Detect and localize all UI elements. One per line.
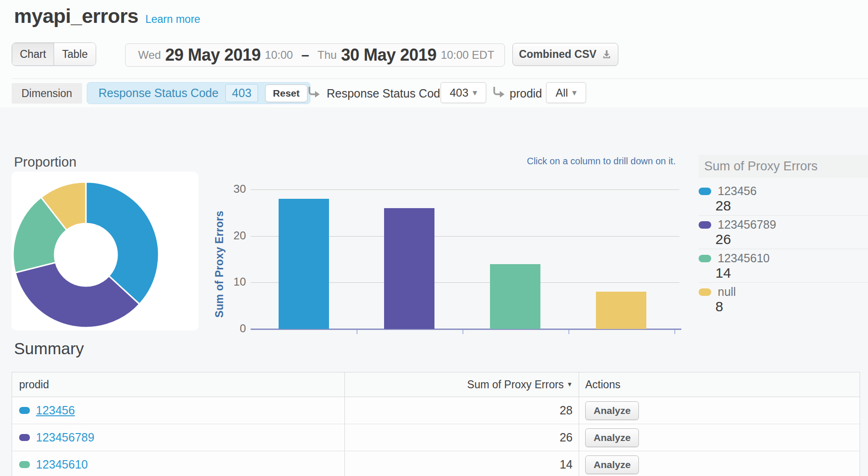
proxy-errors-value: 28 xyxy=(560,404,573,417)
column-header-actions: Actions xyxy=(579,372,860,397)
proportion-donut-chart xyxy=(11,180,161,329)
analytics-dashboard: myapi_errors Learn more Chart Table Wed … xyxy=(0,0,868,476)
legend-entry-123456: 12345628 xyxy=(695,182,868,216)
prodid-link-123456[interactable]: 123456 xyxy=(36,404,75,417)
legend-entry-null: null8 xyxy=(695,283,868,316)
proportion-donut-card xyxy=(12,172,198,330)
legend-title: Sum of Proxy Errors xyxy=(699,155,868,178)
prodid-cell: 123456 xyxy=(12,397,344,424)
drilldown-arrow-icon xyxy=(307,86,320,99)
bar-123456789[interactable] xyxy=(384,208,434,329)
title-row: myapi_errors Learn more xyxy=(14,5,200,28)
summary-title: Summary xyxy=(14,339,84,358)
value-cell: 28 xyxy=(344,397,579,424)
summary-table: prodid Sum of Proxy Errors ▼ Actions 123… xyxy=(12,372,860,476)
date-range-picker[interactable]: Wed 29 May 2019 10:00 – Thu 30 May 2019 … xyxy=(125,43,505,67)
drilldown-1-select[interactable]: 403 ▾ xyxy=(441,82,486,103)
bar-null[interactable] xyxy=(596,292,646,329)
x-tick xyxy=(462,330,463,334)
actions-cell: Analyze xyxy=(579,397,860,424)
legend-value: 26 xyxy=(715,231,731,247)
drilldown-1-name: Response Status Code xyxy=(327,87,447,100)
bar-123456[interactable] xyxy=(279,199,329,329)
filter-name: Response Status Code xyxy=(98,86,218,100)
legend-entry-12345610: 1234561014 xyxy=(695,249,868,283)
date-range-separator: – xyxy=(301,47,309,63)
analyze-button-123456[interactable]: Analyze xyxy=(585,401,639,420)
row-color-swatch xyxy=(19,434,30,441)
legend-swatch xyxy=(699,288,711,296)
y-tick-label-10: 10 xyxy=(218,275,246,288)
bar-12345610[interactable] xyxy=(490,264,540,329)
prodid-cell: 123456789 xyxy=(12,424,344,451)
legend-value: 28 xyxy=(715,198,731,214)
y-tick-label-0: 0 xyxy=(218,322,246,335)
end-day: Thu xyxy=(317,49,336,62)
table-row-123456789: 12345678926Analyze xyxy=(12,424,860,451)
column-header-prodid: prodid xyxy=(12,372,344,397)
proxy-errors-value: 14 xyxy=(560,458,573,471)
view-toggle: Chart Table xyxy=(12,42,96,66)
legend-swatch xyxy=(699,255,711,262)
drilldown-hint: Click on a column to drill down on it. xyxy=(420,156,676,167)
legend-label: 12345610 xyxy=(718,252,770,265)
header-divider xyxy=(12,78,868,79)
prodid-cell: 12345610 xyxy=(12,451,344,476)
legend-value: 8 xyxy=(715,299,723,315)
drilldown-2-value: All xyxy=(555,86,568,99)
table-row-12345610: 1234561014Analyze xyxy=(12,451,860,476)
legend-swatch xyxy=(699,221,711,229)
legend-entry-123456789: 12345678926 xyxy=(695,216,868,249)
end-date: 30 May 2019 xyxy=(341,45,437,65)
legend-label: 123456789 xyxy=(718,218,776,231)
proxy-errors-value: 26 xyxy=(560,431,573,444)
learn-more-link[interactable]: Learn more xyxy=(146,13,201,26)
analyze-button-123456789[interactable]: Analyze xyxy=(585,428,639,447)
drilldown-2-select[interactable]: All ▾ xyxy=(546,82,586,103)
x-tick xyxy=(674,330,675,334)
summary-table-header: prodid Sum of Proxy Errors ▼ Actions xyxy=(12,372,860,397)
gridline-30 xyxy=(251,189,679,190)
start-time: 10:00 xyxy=(265,49,293,62)
download-icon xyxy=(602,49,612,60)
start-date: 29 May 2019 xyxy=(165,45,261,65)
filter-value-badge: 403 xyxy=(225,84,258,102)
chevron-down-icon: ▾ xyxy=(572,88,577,97)
legend-value: 14 xyxy=(715,265,731,281)
dimension-label: Dimension xyxy=(12,83,82,104)
prodid-link-123456789[interactable]: 123456789 xyxy=(36,431,94,444)
drilldown-arrow-icon xyxy=(492,86,505,99)
table-row-123456: 12345628Analyze xyxy=(12,397,860,424)
page-title: myapi_errors xyxy=(14,5,139,28)
legend-label: 123456 xyxy=(718,184,756,198)
chevron-down-icon: ▾ xyxy=(473,88,477,97)
drilldown-1-value: 403 xyxy=(450,86,469,99)
row-color-swatch xyxy=(19,461,30,468)
analyze-button-12345610[interactable]: Analyze xyxy=(585,455,639,474)
table-view-button[interactable]: Table xyxy=(54,43,96,65)
bar-chart: Sum of Proxy Errors 0102030 xyxy=(205,177,686,338)
combined-csv-button[interactable]: Combined CSV xyxy=(512,43,618,66)
column-header-sum-of-proxy-errors[interactable]: Sum of Proxy Errors ▼ xyxy=(344,372,579,397)
y-tick-label-30: 30 xyxy=(218,182,246,196)
prodid-link-12345610[interactable]: 12345610 xyxy=(36,458,88,471)
start-day: Wed xyxy=(138,49,161,62)
chart-view-button[interactable]: Chart xyxy=(12,43,54,65)
legend-entries: 12345628123456789261234561014null8 xyxy=(695,182,868,316)
x-tick xyxy=(568,330,569,334)
summary-table-body: 12345628Analyze12345678926Analyze1234561… xyxy=(12,397,860,476)
sort-descending-icon: ▼ xyxy=(567,381,573,388)
legend-label: null xyxy=(718,285,736,299)
row-color-swatch xyxy=(19,407,30,414)
actions-cell: Analyze xyxy=(579,424,860,451)
y-tick-label-20: 20 xyxy=(218,229,246,242)
legend-swatch xyxy=(699,188,711,195)
proportion-label: Proportion xyxy=(14,154,77,170)
active-filter-chip: Response Status Code 403 Reset xyxy=(87,82,310,104)
end-time: 10:00 EDT xyxy=(441,49,494,62)
reset-button[interactable]: Reset xyxy=(265,84,308,102)
actions-cell: Analyze xyxy=(579,451,860,476)
drilldown-2-name: prodid xyxy=(510,87,542,100)
value-cell: 26 xyxy=(344,424,579,451)
combined-csv-label: Combined CSV xyxy=(519,48,596,61)
